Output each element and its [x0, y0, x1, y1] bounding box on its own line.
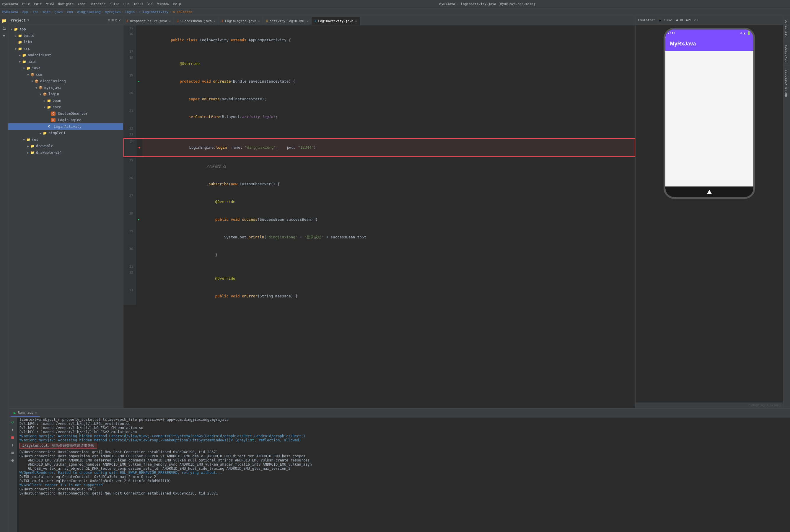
breadcrumb-dingjiaxiong[interactable]: dingjiaxiong: [77, 10, 100, 14]
breadcrumb-oncreate[interactable]: m onCreate: [173, 10, 192, 14]
scroll-down-btn[interactable]: ↓: [10, 442, 16, 448]
structure-left-icon[interactable]: ≡: [1, 33, 8, 40]
tree-customobserver[interactable]: C CustomObserver: [8, 110, 123, 117]
code-line-31: 31: [124, 264, 635, 270]
stop-btn[interactable]: ■: [10, 434, 16, 440]
settings-btn[interactable]: ⚙: [115, 18, 117, 22]
project-icon[interactable]: 📁: [1, 17, 8, 24]
tree-src[interactable]: ▼ 📁 src: [8, 45, 123, 52]
breadcrumb-main[interactable]: main: [43, 10, 51, 14]
tree-dingjiaxiong[interactable]: ▼ 📦 dingjiaxiong: [8, 78, 123, 84]
phone-content: [665, 51, 753, 187]
breadcrumb-java[interactable]: java: [55, 10, 63, 14]
code-line-20: 20 super.onCreate(savedInstanceState);: [124, 90, 635, 108]
tree-main[interactable]: ▼ 📁 main: [8, 58, 123, 65]
tree-androidtest[interactable]: ▶ 📁 androidTest: [8, 52, 123, 58]
breadcrumb-login[interactable]: login: [125, 10, 135, 14]
resource-manager-icon[interactable]: 🗂: [1, 25, 8, 32]
breadcrumb-loginactivity[interactable]: ⚡ LoginActivity: [139, 10, 168, 14]
tab-responseresult[interactable]: J ResponseResult.java ✕: [124, 17, 174, 25]
phone-app-bar: MyRxJava: [665, 37, 753, 51]
filter-btn[interactable]: ⊞: [10, 449, 16, 456]
close-panel-btn[interactable]: ✕: [118, 18, 121, 22]
structure-tab[interactable]: Structure: [783, 16, 790, 41]
menu-code[interactable]: Code: [78, 2, 86, 6]
tree-java[interactable]: ▼ 📁 java: [8, 65, 123, 71]
left-sidebar: 📁 🗂 ≡: [0, 16, 8, 532]
tree-login[interactable]: ▼ 📦 login: [8, 91, 123, 97]
watermark: CSDN@Ding_Jiaxiong: [636, 402, 783, 408]
tree-build[interactable]: ▶ 📁 build: [8, 33, 123, 39]
tree-drawable-v24[interactable]: ▶ 📁 drawable-v24: [8, 149, 123, 156]
breadcrumb-myrxjava2[interactable]: myrxjava: [105, 10, 121, 14]
emulator-device-label: 📱: [658, 18, 662, 22]
scroll-up-btn[interactable]: ↑: [10, 426, 16, 433]
log-line-4: W/axiong.myrxjav: Accessing hidden metho…: [17, 434, 790, 438]
rerun-btn[interactable]: ↺: [10, 419, 16, 425]
menu-vcs[interactable]: VCS: [147, 2, 153, 6]
tree-simple01[interactable]: ▶ 📁 simple01: [8, 130, 123, 136]
tree-core[interactable]: ▼ 📁 core: [8, 104, 123, 110]
log-highlight-container: I/System.out: 登录失败登录错误请求失败: [17, 442, 790, 450]
tree-loginactivity[interactable]: C LoginActivity: [8, 124, 123, 130]
tree-loginengine[interactable]: C LoginEngine: [8, 117, 123, 124]
tab-close-successbean[interactable]: ✕: [214, 19, 215, 23]
log-line-5: W/axiong.myrxjav: Accessing hidden metho…: [17, 438, 790, 442]
tree-app[interactable]: ▼ 📁 app: [8, 26, 123, 33]
menu-build[interactable]: Build: [110, 2, 119, 6]
menu-bar[interactable]: MyRxJava File Edit View Navigate Code Re…: [2, 2, 181, 6]
breadcrumb-app[interactable]: app: [22, 10, 29, 14]
log-error-line: I/System.out: 登录失败登录错误请求失败: [19, 443, 97, 449]
code-editor[interactable]: 15 16 public class LoginActivity extends…: [124, 25, 635, 408]
breadcrumb-myrxjava[interactable]: MyRxJava: [2, 10, 18, 14]
tab-close-loginengine[interactable]: ✕: [258, 19, 260, 23]
expand-all-btn[interactable]: ⊞: [112, 18, 114, 22]
tree-libs[interactable]: 📁 libs: [8, 39, 123, 45]
code-line-18: 18 @Override: [124, 55, 635, 73]
breadcrumb-src[interactable]: src: [33, 10, 38, 14]
tab-loginengine[interactable]: J LoginEngine.java ✕: [219, 17, 263, 25]
app-label: app: [27, 411, 33, 415]
code-line-16: 16 public class LoginActivity extends Ap…: [124, 31, 635, 49]
menu-run[interactable]: Run: [124, 2, 129, 6]
build-variants-tab[interactable]: Build Variants: [783, 66, 790, 101]
favorites-tab[interactable]: Favorites: [783, 41, 790, 66]
tree-drawable[interactable]: ▶ 📁 drawable: [8, 143, 123, 149]
run-tab-close[interactable]: ✕: [35, 411, 37, 414]
collapse-all-btn[interactable]: ⊟: [108, 18, 110, 22]
menu-tools[interactable]: Tools: [133, 2, 143, 6]
tab-close-activity-login[interactable]: ✕: [307, 19, 308, 23]
tab-successbean[interactable]: J SuccessBean.java ✕: [174, 17, 219, 25]
code-line-27: 27 @Override: [124, 193, 635, 211]
tab-activity-login[interactable]: X activity_login.xml ✕: [263, 17, 312, 25]
tree-myrxjava[interactable]: ▼ 📦 myrxjava: [8, 84, 123, 91]
tab-close-responseresult[interactable]: ✕: [169, 19, 171, 23]
run-tab[interactable]: ▶ Run: app ✕: [11, 409, 40, 417]
log-content[interactable]: tcontext=u:object_r:property_socket:s0 t…: [17, 418, 790, 532]
run-icon: ▶: [14, 411, 16, 415]
code-line-15: 15: [124, 25, 635, 31]
tree-com[interactable]: ▼ 📦 com: [8, 71, 123, 78]
tab-loginactivity[interactable]: J LoginActivity.java ✕: [312, 17, 360, 25]
menu-myrxjava[interactable]: MyRxJava: [2, 2, 18, 6]
menu-edit[interactable]: Edit: [34, 2, 42, 6]
project-dropdown-icon[interactable]: ▼: [27, 18, 30, 22]
log-line-8: D/HostConnection: HostComposition ext AN…: [17, 454, 790, 458]
menu-navigate[interactable]: Navigate: [58, 2, 74, 6]
breadcrumb-com[interactable]: com: [67, 10, 73, 14]
settings-run-btn[interactable]: ⚙: [10, 457, 16, 463]
code-line-30: 30 }: [124, 246, 635, 264]
far-right-tabs: Structure Favorites Build Variants: [783, 16, 790, 408]
code-line-29: 29 System.out.println("dingjiaxiong" + "…: [124, 228, 635, 246]
tree-bean[interactable]: ▶ 📁 bean: [8, 97, 123, 104]
phone-status-bar: 7:12 ⊙ ▲ 🔋: [665, 30, 753, 37]
menu-refactor[interactable]: Refactor: [90, 2, 106, 6]
menu-window[interactable]: Window: [158, 2, 169, 6]
back-button[interactable]: [707, 190, 712, 194]
menu-view[interactable]: View: [46, 2, 54, 6]
menu-help[interactable]: Help: [173, 2, 181, 6]
tree-res[interactable]: ▼ 📁 res: [8, 136, 123, 143]
menu-file[interactable]: File: [22, 2, 30, 6]
tab-close-loginactivity[interactable]: ✕: [355, 19, 357, 23]
tab-java-icon: J: [126, 19, 128, 23]
